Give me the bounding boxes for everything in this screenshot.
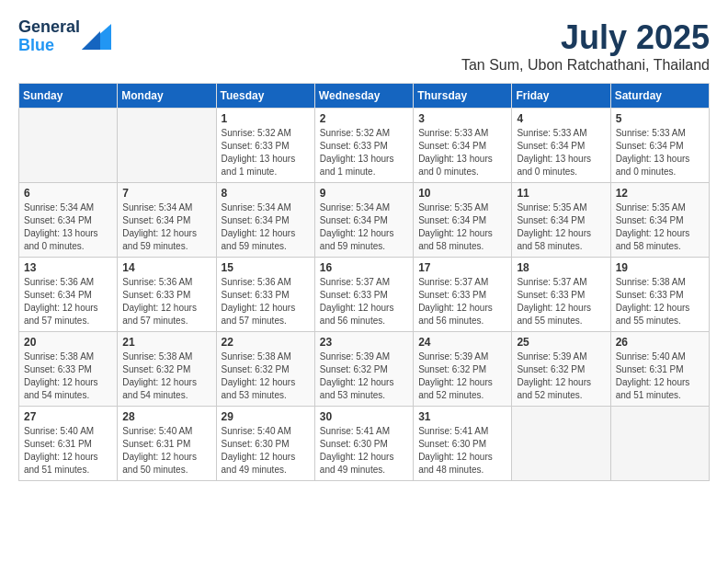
day-cell-20: 20Sunrise: 5:38 AM Sunset: 6:33 PM Dayli…: [19, 332, 118, 407]
logo: GeneralBlue: [18, 18, 111, 55]
day-info: Sunrise: 5:36 AM Sunset: 6:34 PM Dayligh…: [24, 276, 112, 327]
day-number: 27: [24, 410, 112, 423]
day-cell-6: 6Sunrise: 5:34 AM Sunset: 6:34 PM Daylig…: [19, 183, 118, 258]
day-cell-30: 30Sunrise: 5:41 AM Sunset: 6:30 PM Dayli…: [314, 407, 413, 481]
day-info: Sunrise: 5:41 AM Sunset: 6:30 PM Dayligh…: [320, 425, 408, 477]
day-info: Sunrise: 5:38 AM Sunset: 6:32 PM Dayligh…: [222, 350, 310, 402]
day-info: Sunrise: 5:32 AM Sunset: 6:33 PM Dayligh…: [320, 127, 408, 178]
day-cell-27: 27Sunrise: 5:40 AM Sunset: 6:31 PM Dayli…: [19, 407, 118, 481]
day-number: 11: [517, 187, 605, 200]
week-row-1: 1Sunrise: 5:32 AM Sunset: 6:33 PM Daylig…: [19, 109, 710, 183]
day-number: 28: [122, 410, 210, 423]
day-cell-4: 4Sunrise: 5:33 AM Sunset: 6:34 PM Daylig…: [512, 109, 610, 183]
day-info: Sunrise: 5:32 AM Sunset: 6:33 PM Dayligh…: [222, 127, 310, 178]
day-info: Sunrise: 5:40 AM Sunset: 6:31 PM Dayligh…: [616, 350, 704, 402]
weekday-header-tuesday: Tuesday: [216, 84, 314, 109]
day-number: 8: [222, 187, 310, 200]
day-cell-26: 26Sunrise: 5:40 AM Sunset: 6:31 PM Dayli…: [610, 332, 709, 407]
day-info: Sunrise: 5:38 AM Sunset: 6:33 PM Dayligh…: [24, 350, 112, 402]
week-row-4: 20Sunrise: 5:38 AM Sunset: 6:33 PM Dayli…: [19, 332, 710, 407]
day-number: 10: [418, 187, 506, 200]
week-row-5: 27Sunrise: 5:40 AM Sunset: 6:31 PM Dayli…: [19, 407, 710, 481]
day-cell-22: 22Sunrise: 5:38 AM Sunset: 6:32 PM Dayli…: [216, 332, 314, 407]
subtitle: Tan Sum, Ubon Ratchathani, Thailand: [461, 57, 710, 74]
day-cell-25: 25Sunrise: 5:39 AM Sunset: 6:32 PM Dayli…: [512, 332, 610, 407]
day-number: 26: [616, 336, 704, 349]
day-cell-7: 7Sunrise: 5:34 AM Sunset: 6:34 PM Daylig…: [118, 183, 216, 258]
day-info: Sunrise: 5:40 AM Sunset: 6:31 PM Dayligh…: [24, 425, 112, 477]
day-cell-21: 21Sunrise: 5:38 AM Sunset: 6:32 PM Dayli…: [118, 332, 216, 407]
day-cell-17: 17Sunrise: 5:37 AM Sunset: 6:33 PM Dayli…: [414, 258, 512, 332]
weekday-header-row: SundayMondayTuesdayWednesdayThursdayFrid…: [19, 84, 710, 109]
main-title: July 2025: [461, 18, 710, 57]
day-cell-1: 1Sunrise: 5:32 AM Sunset: 6:33 PM Daylig…: [216, 109, 314, 183]
weekday-header-wednesday: Wednesday: [314, 84, 413, 109]
day-cell-8: 8Sunrise: 5:34 AM Sunset: 6:34 PM Daylig…: [216, 183, 314, 258]
day-cell-3: 3Sunrise: 5:33 AM Sunset: 6:34 PM Daylig…: [414, 109, 512, 183]
day-info: Sunrise: 5:34 AM Sunset: 6:34 PM Dayligh…: [320, 201, 408, 253]
day-info: Sunrise: 5:37 AM Sunset: 6:33 PM Dayligh…: [320, 276, 408, 327]
empty-cell: [19, 109, 118, 183]
day-number: 31: [418, 410, 506, 423]
day-cell-19: 19Sunrise: 5:38 AM Sunset: 6:33 PM Dayli…: [610, 258, 709, 332]
day-number: 23: [320, 336, 408, 349]
day-info: Sunrise: 5:35 AM Sunset: 6:34 PM Dayligh…: [517, 201, 605, 253]
day-cell-18: 18Sunrise: 5:37 AM Sunset: 6:33 PM Dayli…: [512, 258, 610, 332]
day-info: Sunrise: 5:33 AM Sunset: 6:34 PM Dayligh…: [616, 127, 704, 178]
day-number: 19: [616, 261, 704, 274]
day-info: Sunrise: 5:35 AM Sunset: 6:34 PM Dayligh…: [616, 201, 704, 253]
logo-icon: [82, 24, 111, 50]
title-block: July 2025 Tan Sum, Ubon Ratchathani, Tha…: [461, 18, 710, 74]
weekday-header-thursday: Thursday: [414, 84, 512, 109]
day-number: 13: [24, 261, 112, 274]
weekday-header-monday: Monday: [118, 84, 216, 109]
day-cell-16: 16Sunrise: 5:37 AM Sunset: 6:33 PM Dayli…: [314, 258, 413, 332]
day-cell-12: 12Sunrise: 5:35 AM Sunset: 6:34 PM Dayli…: [610, 183, 709, 258]
logo-text: GeneralBlue: [18, 18, 80, 55]
day-cell-2: 2Sunrise: 5:32 AM Sunset: 6:33 PM Daylig…: [314, 109, 413, 183]
day-info: Sunrise: 5:40 AM Sunset: 6:30 PM Dayligh…: [222, 425, 310, 477]
weekday-header-sunday: Sunday: [19, 84, 118, 109]
day-number: 30: [320, 410, 408, 423]
day-number: 14: [122, 261, 210, 274]
day-number: 24: [418, 336, 506, 349]
weekday-header-saturday: Saturday: [610, 84, 709, 109]
week-row-2: 6Sunrise: 5:34 AM Sunset: 6:34 PM Daylig…: [19, 183, 710, 258]
day-number: 3: [418, 112, 506, 125]
empty-cell: [610, 407, 709, 481]
day-cell-11: 11Sunrise: 5:35 AM Sunset: 6:34 PM Dayli…: [512, 183, 610, 258]
day-number: 1: [222, 112, 310, 125]
day-cell-31: 31Sunrise: 5:41 AM Sunset: 6:30 PM Dayli…: [414, 407, 512, 481]
day-number: 21: [122, 336, 210, 349]
day-cell-24: 24Sunrise: 5:39 AM Sunset: 6:32 PM Dayli…: [414, 332, 512, 407]
empty-cell: [118, 109, 216, 183]
page-header: GeneralBlue July 2025 Tan Sum, Ubon Ratc…: [18, 18, 710, 74]
day-info: Sunrise: 5:39 AM Sunset: 6:32 PM Dayligh…: [320, 350, 408, 402]
calendar-table: SundayMondayTuesdayWednesdayThursdayFrid…: [18, 83, 710, 481]
day-cell-5: 5Sunrise: 5:33 AM Sunset: 6:34 PM Daylig…: [610, 109, 709, 183]
day-cell-15: 15Sunrise: 5:36 AM Sunset: 6:33 PM Dayli…: [216, 258, 314, 332]
day-cell-13: 13Sunrise: 5:36 AM Sunset: 6:34 PM Dayli…: [19, 258, 118, 332]
day-number: 5: [616, 112, 704, 125]
day-number: 9: [320, 187, 408, 200]
day-cell-23: 23Sunrise: 5:39 AM Sunset: 6:32 PM Dayli…: [314, 332, 413, 407]
day-number: 7: [122, 187, 210, 200]
empty-cell: [512, 407, 610, 481]
day-number: 2: [320, 112, 408, 125]
day-number: 18: [517, 261, 605, 274]
day-info: Sunrise: 5:33 AM Sunset: 6:34 PM Dayligh…: [418, 127, 506, 178]
day-number: 15: [222, 261, 310, 274]
weekday-header-friday: Friday: [512, 84, 610, 109]
day-number: 16: [320, 261, 408, 274]
day-cell-9: 9Sunrise: 5:34 AM Sunset: 6:34 PM Daylig…: [314, 183, 413, 258]
day-info: Sunrise: 5:38 AM Sunset: 6:32 PM Dayligh…: [122, 350, 210, 402]
day-cell-29: 29Sunrise: 5:40 AM Sunset: 6:30 PM Dayli…: [216, 407, 314, 481]
day-info: Sunrise: 5:33 AM Sunset: 6:34 PM Dayligh…: [517, 127, 605, 178]
day-info: Sunrise: 5:35 AM Sunset: 6:34 PM Dayligh…: [418, 201, 506, 253]
day-info: Sunrise: 5:36 AM Sunset: 6:33 PM Dayligh…: [222, 276, 310, 327]
day-number: 6: [24, 187, 112, 200]
day-info: Sunrise: 5:34 AM Sunset: 6:34 PM Dayligh…: [222, 201, 310, 253]
day-info: Sunrise: 5:40 AM Sunset: 6:31 PM Dayligh…: [122, 425, 210, 477]
day-cell-28: 28Sunrise: 5:40 AM Sunset: 6:31 PM Dayli…: [118, 407, 216, 481]
day-number: 20: [24, 336, 112, 349]
